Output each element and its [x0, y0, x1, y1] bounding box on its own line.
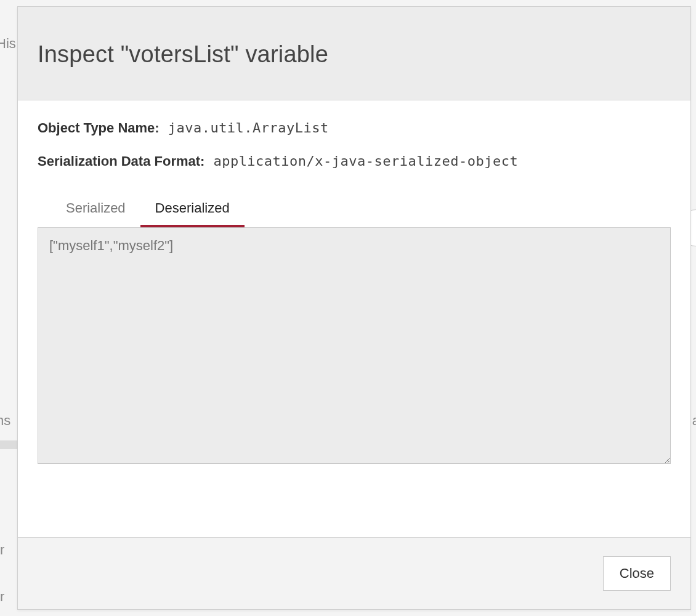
tab-serialized[interactable]: Serialized	[51, 194, 140, 227]
background-text: His	[0, 36, 16, 52]
object-type-label: Object Type Name:	[38, 120, 160, 136]
serialization-format-row: Serialization Data Format: application/x…	[38, 153, 671, 169]
modal-title: Inspect "votersList" variable	[38, 41, 671, 68]
background-text: r	[0, 542, 4, 558]
inspect-variable-modal: Inspect "votersList" variable Object Typ…	[17, 6, 691, 610]
close-button[interactable]: Close	[603, 556, 671, 591]
variable-value-textarea[interactable]	[38, 227, 671, 464]
background-text: r	[0, 589, 4, 605]
tabs: Serialized Deserialized	[38, 194, 671, 227]
serialization-format-label: Serialization Data Format:	[38, 153, 204, 169]
object-type-value: java.util.ArrayList	[168, 120, 329, 136]
tab-deserialized[interactable]: Deserialized	[140, 194, 245, 227]
modal-body: Object Type Name: java.util.ArrayList Se…	[18, 100, 690, 479]
value-area-wrap	[38, 227, 671, 466]
background-text: a	[692, 413, 696, 429]
modal-header: Inspect "votersList" variable	[18, 7, 690, 100]
background-text: ns	[0, 413, 10, 429]
serialization-format-value: application/x-java-serialized-object	[213, 153, 518, 169]
modal-footer: Close	[18, 537, 690, 609]
object-type-row: Object Type Name: java.util.ArrayList	[38, 120, 671, 136]
background-strip	[0, 440, 17, 449]
